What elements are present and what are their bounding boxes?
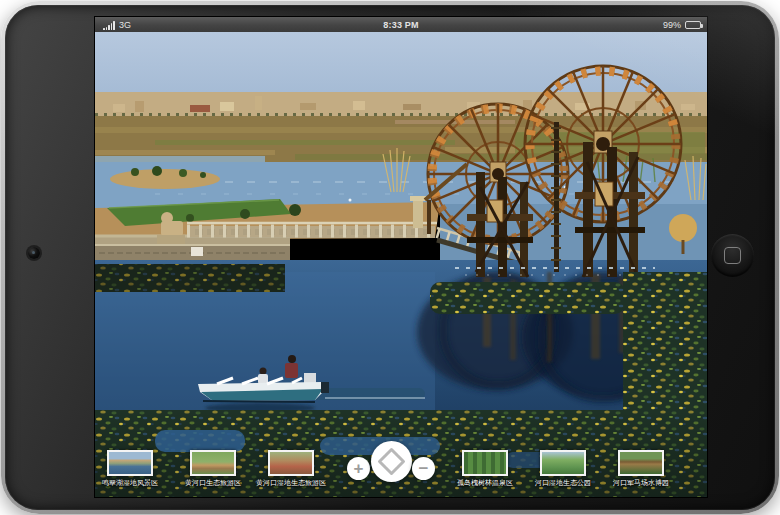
battery-icon — [685, 21, 701, 29]
photo-viewport[interactable]: 鸣翠湖湿地风景区 黄河口生态旅游区 黄河口湿地生态旅游区 孤岛槐树林温泉区 河口… — [95, 32, 707, 497]
sky — [95, 32, 707, 98]
chevron-down-icon — [386, 468, 397, 474]
dpad-icon — [371, 441, 412, 482]
thumbnail[interactable]: 鸣翠湖湿地风景区 — [107, 450, 153, 476]
thumbnail-image — [270, 452, 312, 474]
thumbnail[interactable]: 河口军马场水博园 — [618, 450, 664, 476]
thumbnail-caption: 河口军马场水博园 — [613, 478, 669, 488]
thumbnail-caption: 孤岛槐树林温泉区 — [457, 478, 513, 488]
home-button[interactable] — [711, 234, 754, 277]
thumbnail[interactable]: 黄河口湿地生态旅游区 — [268, 450, 314, 476]
plus-icon: + — [354, 460, 364, 477]
zoom-out-button[interactable]: − — [412, 457, 435, 480]
thumbnail-caption: 黄河口生态旅游区 — [185, 478, 241, 488]
pan-dpad[interactable] — [371, 441, 412, 482]
thumbnail-image — [109, 452, 151, 474]
chevron-left-icon — [380, 456, 386, 467]
thumbnail[interactable]: 孤岛槐树林温泉区 — [462, 450, 508, 476]
screenshot-stage: 8:33 PM 3G 99% — [0, 0, 780, 515]
front-camera-icon — [28, 247, 40, 259]
chevron-right-icon — [398, 456, 404, 467]
thumbnail-image — [620, 452, 662, 474]
thumbnail-image — [464, 452, 506, 474]
screen: 8:33 PM 3G 99% — [95, 17, 707, 497]
zoom-in-button[interactable]: + — [347, 457, 370, 480]
thumbnail-image — [192, 452, 234, 474]
thumbnail[interactable]: 黄河口生态旅游区 — [190, 450, 236, 476]
chevron-up-icon — [386, 450, 397, 456]
thumbnail[interactable]: 河口湿地生态公园 — [540, 450, 586, 476]
thumbnail-caption: 河口湿地生态公园 — [535, 478, 591, 488]
home-square-icon — [724, 247, 741, 264]
photo-scene — [95, 32, 707, 497]
thumbnail-caption: 鸣翠湖湿地风景区 — [102, 478, 158, 488]
minus-icon: − — [419, 460, 429, 477]
thumbnail-caption: 黄河口湿地生态旅游区 — [256, 478, 326, 488]
clock-label: 8:33 PM — [95, 20, 707, 30]
status-bar: 8:33 PM 3G 99% — [95, 17, 707, 32]
thumbnail-image — [542, 452, 584, 474]
battery-percent-label: 99% — [663, 20, 681, 30]
